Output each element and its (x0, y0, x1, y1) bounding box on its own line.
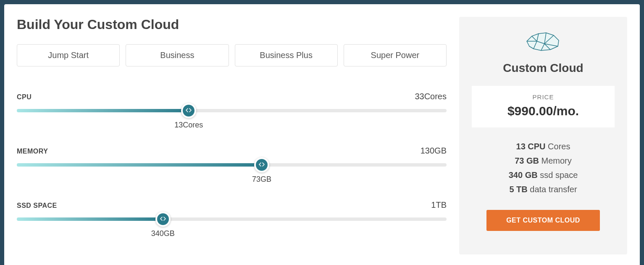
spec-list: 13 CPU Cores 73 GB Memory 340 GB ssd spa… (509, 139, 578, 196)
slider-handle-icon (259, 162, 265, 168)
slider-memory-max: 130GB (421, 146, 447, 156)
preset-super-power[interactable]: Super Power (344, 44, 447, 66)
summary-panel: Custom Cloud PRICE $990.00/mo. 13 CPU Co… (459, 17, 627, 254)
preset-tabs: Jump Start Business Business Plus Super … (17, 44, 447, 66)
spec-cpu: 13 CPU Cores (509, 139, 578, 154)
spec-transfer: 5 TB data transfer (509, 182, 578, 196)
slider-ssd-value: 340GB (151, 229, 175, 238)
slider-ssd-max: 1TB (431, 200, 447, 210)
slider-cpu-group: CPU 33Cores 13Cores (17, 92, 447, 126)
slider-ssd-label: SSD SPACE (17, 202, 57, 209)
slider-memory-group: MEMORY 130GB 73GB (17, 146, 447, 180)
slider-ssd-fill (17, 217, 163, 221)
slider-memory-label: MEMORY (17, 148, 48, 155)
slider-handle-icon (160, 216, 166, 223)
slider-memory-handle[interactable] (254, 157, 269, 172)
slider-memory-fill (17, 163, 262, 167)
slider-cpu-value: 13Cores (174, 121, 203, 130)
preset-business[interactable]: Business (126, 44, 229, 66)
price-box: PRICE $990.00/mo. (472, 86, 615, 127)
page-title: Build Your Custom Cloud (17, 17, 447, 32)
slider-cpu[interactable]: 13Cores (17, 109, 447, 126)
slider-cpu-fill (17, 109, 189, 112)
preset-jump-start[interactable]: Jump Start (17, 44, 120, 66)
slider-cpu-max: 33Cores (415, 92, 447, 101)
cloud-crystal-icon (524, 29, 562, 55)
slider-ssd-group: SSD SPACE 1TB 340GB (17, 200, 447, 234)
preset-business-plus[interactable]: Business Plus (235, 44, 338, 66)
pricing-configurator-card: Build Your Custom Cloud Jump Start Busin… (4, 4, 640, 265)
summary-title: Custom Cloud (503, 61, 583, 75)
slider-cpu-handle[interactable] (181, 103, 196, 118)
get-custom-cloud-button[interactable]: GET CUSTOM CLOUD (486, 210, 600, 231)
slider-handle-icon (186, 108, 192, 114)
slider-memory[interactable]: 73GB (17, 163, 447, 180)
price-label: PRICE (476, 93, 610, 101)
price-value: $990.00/mo. (476, 104, 610, 118)
slider-cpu-label: CPU (17, 93, 32, 101)
config-panel: Build Your Custom Cloud Jump Start Busin… (17, 17, 447, 254)
slider-ssd-handle[interactable] (155, 212, 171, 227)
spec-memory: 73 GB Memory (509, 154, 578, 168)
slider-memory-value: 73GB (252, 175, 271, 184)
slider-ssd[interactable]: 340GB (17, 217, 447, 234)
spec-ssd: 340 GB ssd space (509, 168, 578, 182)
